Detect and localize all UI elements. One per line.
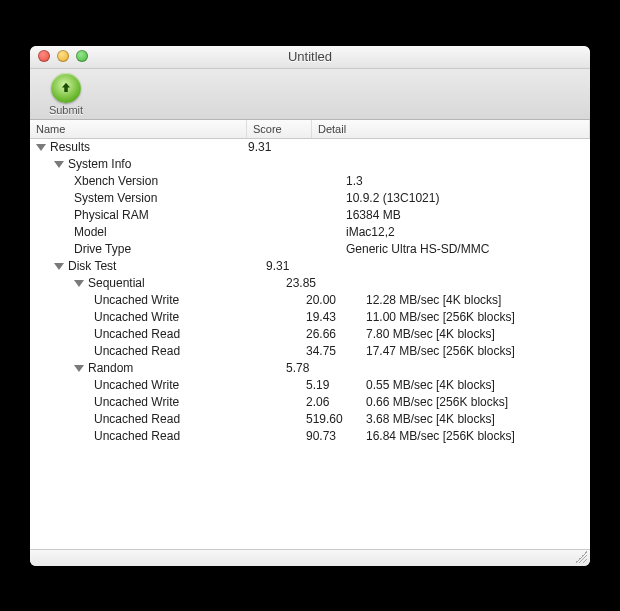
- row-name: Results: [50, 140, 90, 154]
- disclosure-triangle-icon[interactable]: [54, 161, 64, 168]
- disclosure-triangle-icon[interactable]: [36, 144, 46, 151]
- column-header-name[interactable]: Name: [30, 120, 247, 138]
- outline-row[interactable]: Uncached Write20.0012.28 MB/sec [4K bloc…: [30, 292, 590, 309]
- outline-row[interactable]: Sequential23.85: [30, 275, 590, 292]
- outline-row[interactable]: Uncached Write2.060.66 MB/sec [256K bloc…: [30, 394, 590, 411]
- row-detail: 1.3: [344, 174, 590, 188]
- outline-row[interactable]: Uncached Read519.603.68 MB/sec [4K block…: [30, 411, 590, 428]
- row-detail: 7.80 MB/sec [4K blocks]: [364, 327, 590, 341]
- outline-row[interactable]: Physical RAM16384 MB: [30, 207, 590, 224]
- row-name: Uncached Write: [94, 395, 179, 409]
- zoom-button[interactable]: [76, 50, 88, 62]
- minimize-button[interactable]: [57, 50, 69, 62]
- outline-row[interactable]: Random5.78: [30, 360, 590, 377]
- row-name: Uncached Read: [94, 429, 180, 443]
- row-score: 26.66: [304, 327, 364, 341]
- outline-row[interactable]: Uncached Write5.190.55 MB/sec [4K blocks…: [30, 377, 590, 394]
- outline-row[interactable]: System Info: [30, 156, 590, 173]
- row-detail: 17.47 MB/sec [256K blocks]: [364, 344, 590, 358]
- outline-row[interactable]: System Version10.9.2 (13C1021): [30, 190, 590, 207]
- toolbar: Submit: [30, 69, 590, 120]
- app-window: Untitled Submit Name Score Detail Result…: [30, 46, 590, 566]
- row-name: Random: [88, 361, 133, 375]
- outline-row[interactable]: Drive TypeGeneric Ultra HS-SD/MMC: [30, 241, 590, 258]
- disclosure-triangle-icon[interactable]: [74, 280, 84, 287]
- column-header: Name Score Detail: [30, 120, 590, 139]
- window-title: Untitled: [288, 49, 332, 64]
- outline-row[interactable]: Uncached Read26.667.80 MB/sec [4K blocks…: [30, 326, 590, 343]
- submit-icon: [51, 73, 81, 103]
- row-name: Uncached Read: [94, 327, 180, 341]
- row-score: 2.06: [304, 395, 364, 409]
- row-score: 23.85: [284, 276, 344, 290]
- submit-button[interactable]: Submit: [40, 73, 92, 119]
- row-score: 20.00: [304, 293, 364, 307]
- row-detail: 3.68 MB/sec [4K blocks]: [364, 412, 590, 426]
- close-button[interactable]: [38, 50, 50, 62]
- row-detail: 16.84 MB/sec [256K blocks]: [364, 429, 590, 443]
- submit-label: Submit: [40, 104, 92, 116]
- row-name: Uncached Read: [94, 344, 180, 358]
- row-score: 5.19: [304, 378, 364, 392]
- row-detail: 11.00 MB/sec [256K blocks]: [364, 310, 590, 324]
- outline-row[interactable]: Uncached Write19.4311.00 MB/sec [256K bl…: [30, 309, 590, 326]
- row-name: Sequential: [88, 276, 145, 290]
- outline-row[interactable]: Results9.31: [30, 139, 590, 156]
- row-detail: iMac12,2: [344, 225, 590, 239]
- row-score: 19.43: [304, 310, 364, 324]
- row-name: Xbench Version: [74, 174, 158, 188]
- row-score: 5.78: [284, 361, 344, 375]
- row-name: Model: [74, 225, 107, 239]
- outline-row[interactable]: ModeliMac12,2: [30, 224, 590, 241]
- row-name: System Version: [74, 191, 157, 205]
- row-name: System Info: [68, 157, 131, 171]
- row-name: Physical RAM: [74, 208, 149, 222]
- row-score: 90.73: [304, 429, 364, 443]
- row-score: 34.75: [304, 344, 364, 358]
- row-name: Uncached Write: [94, 293, 179, 307]
- outline-row[interactable]: Uncached Read90.7316.84 MB/sec [256K blo…: [30, 428, 590, 445]
- row-detail: Generic Ultra HS-SD/MMC: [344, 242, 590, 256]
- row-name: Uncached Read: [94, 412, 180, 426]
- status-bar: [30, 549, 590, 566]
- row-detail: 12.28 MB/sec [4K blocks]: [364, 293, 590, 307]
- row-name: Disk Test: [68, 259, 116, 273]
- row-detail: 16384 MB: [344, 208, 590, 222]
- window-controls: [38, 50, 88, 62]
- row-detail: 10.9.2 (13C1021): [344, 191, 590, 205]
- row-score: 9.31: [264, 259, 324, 273]
- outline-row[interactable]: Xbench Version1.3: [30, 173, 590, 190]
- row-score: 9.31: [246, 140, 306, 154]
- disclosure-triangle-icon[interactable]: [54, 263, 64, 270]
- row-name: Uncached Write: [94, 310, 179, 324]
- row-score: 519.60: [304, 412, 364, 426]
- column-header-detail[interactable]: Detail: [312, 120, 590, 138]
- title-bar[interactable]: Untitled: [30, 46, 590, 69]
- row-name: Uncached Write: [94, 378, 179, 392]
- resize-grip[interactable]: [575, 551, 587, 563]
- disclosure-triangle-icon[interactable]: [74, 365, 84, 372]
- outline-row[interactable]: Disk Test9.31: [30, 258, 590, 275]
- row-detail: 0.66 MB/sec [256K blocks]: [364, 395, 590, 409]
- outline-row[interactable]: Uncached Read34.7517.47 MB/sec [256K blo…: [30, 343, 590, 360]
- row-detail: 0.55 MB/sec [4K blocks]: [364, 378, 590, 392]
- column-header-score[interactable]: Score: [247, 120, 312, 138]
- row-name: Drive Type: [74, 242, 131, 256]
- results-outline[interactable]: Results9.31System InfoXbench Version1.3S…: [30, 139, 590, 549]
